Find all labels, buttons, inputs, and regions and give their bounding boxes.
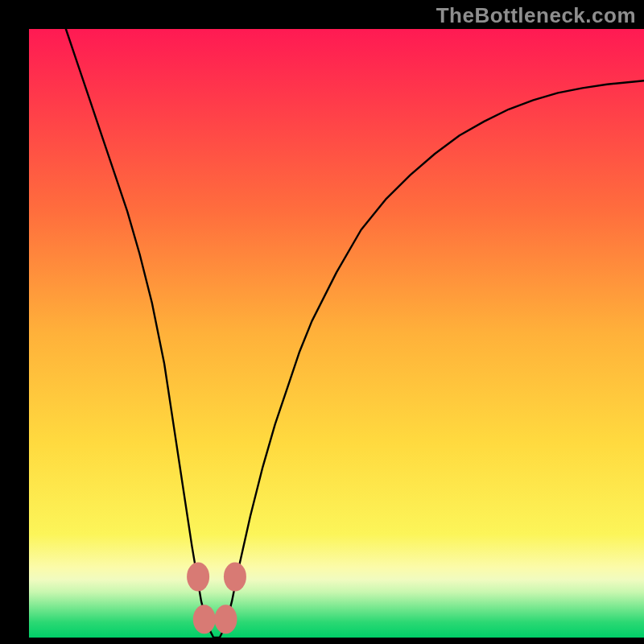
highlight-dot <box>214 605 237 634</box>
plot-background <box>29 29 644 638</box>
highlight-dot <box>193 605 216 634</box>
highlight-dot <box>224 562 246 591</box>
bottleneck-chart <box>0 0 644 644</box>
highlight-dot <box>187 562 209 591</box>
watermark-text: TheBottleneck.com <box>436 3 636 28</box>
chart-container: TheBottleneck.com <box>0 0 644 644</box>
